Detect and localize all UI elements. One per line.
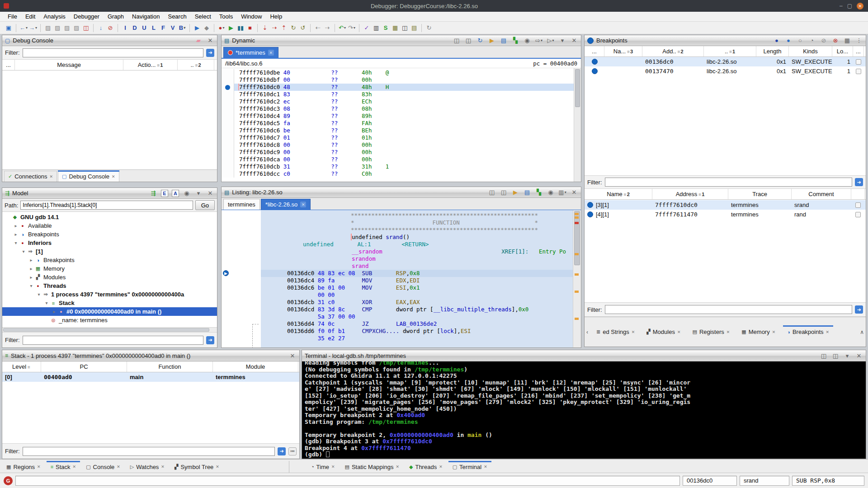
menu-help[interactable]: Help [266,12,286,21]
close-tab-icon[interactable]: ✕ [396,465,399,469]
column-header-actio[interactable]: Actio...≡1 [123,60,178,70]
listing-line[interactable]: 00136dcb 31 c0 XOR EAX,EAX [261,299,573,306]
capture-icon[interactable]: ◉ [547,188,555,196]
column-header-icon[interactable] [851,189,865,199]
menu-debugger[interactable]: Debugger [70,12,104,21]
clone-icon[interactable]: ◫ [488,188,496,196]
set-breakpoint-icon[interactable]: ● [773,37,781,44]
listing-line[interactable]: 00136dd4 74 0c JZ LAB_00136de2 [261,320,573,328]
dynamic-scrollbar[interactable] [574,68,581,182]
terminal-output[interactable]: Reading symbols from /tmp/termmines...(N… [302,361,866,459]
expander-icon[interactable]: ▸ [13,232,19,237]
pc-marker-icon[interactable]: ▶ [223,270,229,276]
column-settings-icon[interactable]: ≔ [288,447,297,455]
column-header-length[interactable]: Length [756,46,789,56]
expander-icon[interactable]: ▾ [28,283,34,288]
close-tab-icon[interactable]: ✕ [112,174,115,179]
track-pc-icon[interactable]: ▷▾ [547,37,555,44]
filter-config-icon[interactable]: ➜ [206,336,214,344]
filter-config-icon[interactable]: ➜ [278,447,286,455]
maximize-icon[interactable]: ▢ [847,3,852,9]
tab-time[interactable]: ◔Time✕ [307,461,339,473]
model-filter-input[interactable] [23,336,204,345]
panel-menu-icon[interactable]: ▾ [843,352,851,360]
column-header-icon[interactable]: ... [853,46,864,56]
expander-icon[interactable]: ▾ [13,240,19,245]
tree-node-0-0x0000000000400ad0-in-[interactable]: ▸●#0 0x0000000000400ad0 in main () [2,307,217,316]
resume-icon[interactable]: ▶ [227,23,235,32]
filter-config-icon[interactable]: ➜ [855,305,863,314]
column-header-level[interactable]: Level≡ [2,361,41,372]
model-path-input[interactable] [20,201,193,210]
memory-row[interactable]: 7ffff7610dc9 00 ?? 00h [222,149,574,156]
column-header-na[interactable]: Na...≡3 [604,46,642,56]
table-options-icon[interactable]: ▦ [843,37,851,44]
column-header-pc[interactable]: PC [41,361,127,372]
listing-line[interactable]: ****************************************… [261,226,573,234]
nav-back-icon[interactable]: ←▾ [19,23,28,32]
tab-overflow-icon[interactable]: ∧ [860,329,864,335]
copy-icon[interactable]: ▨ [44,23,52,32]
cursor-tracking-icon[interactable]: ▶ [488,37,496,44]
tree-node-breakpoints[interactable]: ▸◑Breakpoints [2,256,217,264]
clear-breakpoints-icon[interactable]: ⊘ [820,37,828,44]
tab-termmines[interactable]: termmines✕ [223,199,260,210]
close-panel-icon[interactable]: ✕ [570,188,578,196]
mark-instruction-icon[interactable]: I [121,23,129,32]
pull-down-icon[interactable]: ↓ [97,23,105,32]
memory-row[interactable]: 7ffff7610dc2 ec ?? ECh [222,98,574,105]
model-hscrollbar[interactable] [2,327,217,332]
go-button[interactable]: Go [195,200,215,210]
tab-threads[interactable]: ◆Threads✕ [406,461,446,473]
column-header-icon[interactable]: ... [585,46,604,56]
locations-filter-input[interactable] [605,305,853,314]
tab-registers[interactable]: ▤Registers✕ [689,325,733,339]
column-header-address[interactable]: Address≡1 [652,189,728,199]
tree-node-available[interactable]: ▸●Available [2,221,217,230]
expander-icon[interactable]: ▸ [13,223,19,228]
tab-symbol-tree[interactable]: ▞Symbol Tree✕ [171,461,223,473]
step-last-icon[interactable]: ↻ [289,23,297,32]
mark-data-icon[interactable]: D [131,23,139,32]
create-variable-icon[interactable]: V [169,23,177,32]
listing-line[interactable]: 5a 37 00 00 [261,313,573,320]
memory-row[interactable]: 7ffff7610dc1 83 ?? 83h [222,91,574,98]
panel-menu-icon[interactable]: ⋮ [855,37,863,44]
menu-file[interactable]: File [4,12,21,21]
breakpoint-row[interactable]: 00137470libc-2.26.so0x1SW_EXECUTE1 [585,66,866,76]
clear-all-breakpoints-icon[interactable]: ⊗ [831,37,840,44]
column-header-module[interactable]: Module [213,361,298,372]
tab-modules[interactable]: ▞Modules✕ [643,325,684,339]
listing-line[interactable]: undefined srand() [261,234,573,241]
script-manager-icon[interactable]: S [382,23,390,32]
tree-node-threads[interactable]: ▾●Threads [2,282,217,290]
clear-code-icon[interactable]: ⊘ [106,23,114,32]
tree-node-modules[interactable]: ▸▞Modules [2,273,217,282]
close-tab-icon[interactable]: ✕ [331,465,335,469]
memory-row[interactable]: 7ffff7610dc0 48 ?? 48h H [222,84,574,91]
column-header-function[interactable]: Function [127,361,213,372]
close-tab-icon[interactable]: ✕ [216,465,219,469]
clone-snapshot-icon[interactable]: ◫ [464,37,472,44]
listing-line[interactable]: * FUNCTION * [261,219,573,226]
clone-connection-icon[interactable]: ◫ [831,352,840,360]
tree-node-1[interactable]: ▾⇒[1] [2,247,217,256]
memory-row[interactable]: 7ffff7610dbf 00 ?? 00h [222,76,574,84]
tab-connections[interactable]: ✓Connections✕ [4,171,57,182]
create-function-icon[interactable]: F [159,23,167,32]
memory-row[interactable]: 7ffff7610dc6 be ?? BEh [222,127,574,134]
tab-termmines[interactable]: *termmines ✕ [223,47,278,58]
close-tab-icon[interactable]: ✕ [632,330,635,334]
step-over-icon[interactable]: ⇢ [270,23,278,32]
column-header-comment[interactable]: Comment [792,189,851,199]
expander-icon[interactable]: ▸ [28,275,34,280]
tree-node-stack[interactable]: ▾≡Stack [2,299,217,307]
menu-graph[interactable]: Graph [104,12,128,21]
close-panel-icon[interactable]: ✕ [206,37,214,44]
record-target-icon[interactable]: ●▾ [217,23,226,32]
menu-edit[interactable]: Edit [21,12,39,21]
expander-icon[interactable]: ▸ [28,258,34,263]
expander-icon[interactable]: ▾ [20,249,27,254]
panel-menu-icon[interactable]: ▾ [558,37,566,44]
memory-row[interactable]: 7ffff7610dcc c0 ?? C0h [222,170,574,178]
